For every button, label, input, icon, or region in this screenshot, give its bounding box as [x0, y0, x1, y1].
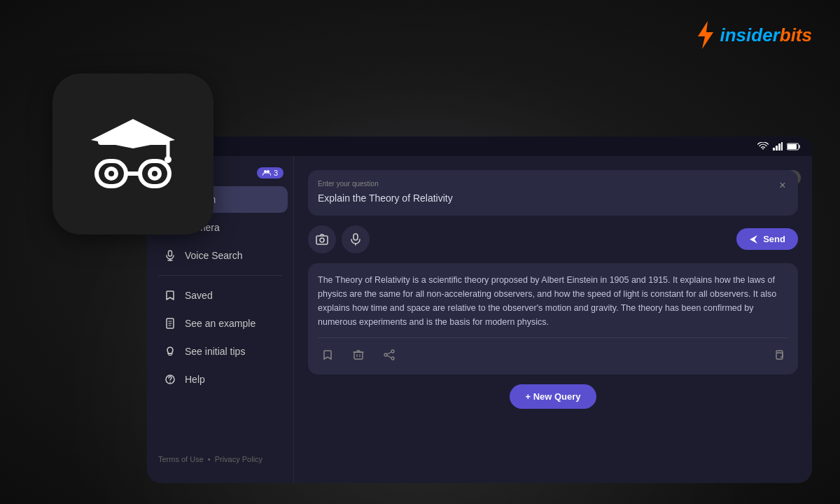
mic-input-button[interactable]	[342, 225, 370, 253]
copy-action-button[interactable]	[769, 345, 788, 365]
svg-point-42	[391, 357, 394, 360]
query-card: Enter your question Explain the Theory o…	[308, 170, 798, 216]
svg-rect-17	[788, 144, 797, 149]
svg-point-9	[108, 171, 114, 176]
users-icon	[262, 169, 271, 177]
send-icon	[749, 234, 759, 244]
footer-dot: •	[208, 455, 211, 463]
send-button[interactable]: Send	[736, 228, 798, 250]
phone-frame: Help AI 3 Searc	[147, 136, 812, 483]
sidebar-item-help-label: Help	[185, 374, 205, 385]
sidebar-item-example-label: See an example	[185, 318, 255, 329]
wifi-icon	[757, 142, 769, 150]
sidebar-divider	[158, 275, 282, 276]
svg-point-18	[264, 170, 267, 173]
bookmark-icon	[164, 289, 176, 302]
send-button-label: Send	[763, 234, 785, 244]
svg-rect-13	[776, 146, 778, 150]
svg-rect-14	[778, 144, 780, 150]
query-label: Enter your question	[318, 180, 788, 188]
new-query-button[interactable]: + New Query	[510, 384, 596, 409]
brand-name: insiderbits	[720, 24, 812, 46]
mic-input-icon	[349, 233, 362, 246]
document-icon	[164, 317, 176, 330]
app-icon	[52, 74, 214, 234]
sidebar-item-voice-label: Voice Search	[185, 250, 243, 261]
insiderbits-logo: insiderbits	[694, 21, 812, 49]
svg-rect-23	[169, 251, 172, 256]
delete-action-button[interactable]	[349, 345, 368, 365]
lightbulb-icon	[164, 345, 176, 358]
sidebar-item-tips-label: See initial tips	[185, 346, 245, 357]
response-card: The Theory of Relativity is a scientific…	[308, 263, 798, 374]
copy-action-icon	[773, 349, 784, 360]
svg-rect-12	[773, 148, 775, 150]
signal-icon	[773, 142, 783, 150]
bookmark-action-icon	[322, 349, 333, 360]
badge-count: 3	[274, 169, 278, 177]
svg-line-44	[387, 356, 391, 358]
svg-rect-34	[354, 234, 358, 240]
sidebar-item-initial-tips[interactable]: See initial tips	[153, 338, 288, 365]
input-controls: Send	[308, 225, 798, 253]
share-action-icon	[384, 349, 395, 360]
svg-rect-36	[354, 352, 363, 359]
new-query-label: + New Query	[525, 391, 580, 402]
sidebar-item-voice-search[interactable]: Voice Search	[153, 242, 288, 269]
svg-rect-45	[776, 353, 783, 359]
trash-action-icon	[353, 349, 364, 360]
svg-point-40	[391, 350, 394, 353]
sidebar-item-saved-label: Saved	[185, 290, 213, 301]
query-close-button[interactable]: ×	[776, 178, 790, 192]
svg-point-33	[320, 238, 324, 242]
response-actions	[318, 337, 788, 365]
svg-line-43	[387, 352, 391, 354]
response-text: The Theory of Relativity is a scientific…	[318, 273, 788, 329]
svg-rect-15	[781, 142, 783, 150]
query-text: Explain the Theory of Relativity	[318, 192, 788, 206]
camera-input-icon	[316, 233, 328, 246]
sidebar-footer: Terms of Use • Privacy Policy	[147, 447, 293, 472]
svg-point-10	[152, 171, 158, 176]
sidebar-badge: 3	[257, 167, 284, 178]
battery-icon	[787, 143, 801, 150]
sidebar-item-help[interactable]: Help	[153, 366, 288, 393]
svg-point-31	[169, 382, 171, 383]
sidebar-item-see-example[interactable]: See an example	[153, 310, 288, 337]
help-icon	[164, 373, 176, 386]
phone-content: Help AI 3 Searc	[147, 156, 812, 483]
camera-input-button[interactable]	[308, 225, 336, 253]
svg-rect-32	[316, 236, 328, 244]
svg-marker-11	[698, 21, 713, 49]
sidebar-item-saved[interactable]: Saved	[153, 282, 288, 309]
bookmark-action-button[interactable]	[318, 345, 337, 365]
svg-point-41	[384, 354, 387, 356]
main-content: Custom prompt Enter your question Explai…	[294, 156, 812, 483]
terms-link[interactable]: Terms of Use	[158, 455, 204, 463]
privacy-link[interactable]: Privacy Policy	[215, 455, 262, 463]
microphone-icon	[164, 249, 176, 262]
svg-point-19	[267, 170, 270, 173]
share-action-button[interactable]	[379, 345, 399, 365]
status-bar	[147, 136, 812, 156]
